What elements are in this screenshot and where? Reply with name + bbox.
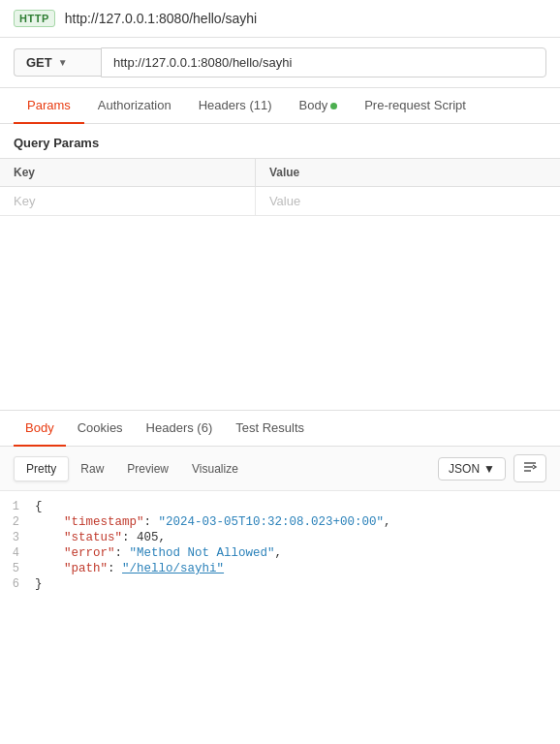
wrap-button[interactable] (513, 454, 546, 482)
url-bar: HTTP http://127.0.0.1:8080/hello/sayhi (0, 0, 560, 38)
format-label: JSON (449, 462, 480, 476)
col-header-key: Key (0, 159, 255, 187)
response-tab-body[interactable]: Body (14, 411, 66, 447)
view-visualize-button[interactable]: Visualize (180, 457, 250, 480)
format-select[interactable]: JSON ▼ (438, 457, 506, 480)
code-line-2: 2 "timestamp": "2024-03-05T10:32:08.023+… (0, 514, 560, 530)
response-tabs: Body Cookies Headers (6) Test Results (0, 411, 560, 447)
code-content-4: "error": "Method Not Allowed", (35, 546, 560, 560)
code-line-5: 5 "path": "/hello/sayhi" (0, 561, 560, 576)
col-header-value: Value (255, 159, 560, 187)
code-content-1: { (35, 500, 560, 513)
code-line-4: 4 "error": "Method Not Allowed", (0, 545, 560, 561)
view-pretty-button[interactable]: Pretty (14, 456, 69, 481)
empty-area (0, 216, 560, 410)
tab-pre-request[interactable]: Pre-request Script (351, 88, 480, 124)
url-display: http://127.0.0.1:8080/hello/sayhi (65, 11, 257, 26)
code-area: 1 { 2 "timestamp": "2024-03-05T10:32:08.… (0, 491, 560, 600)
response-section: Body Cookies Headers (6) Test Results Pr… (0, 410, 560, 600)
url-input[interactable] (101, 47, 546, 78)
code-line-6: 6 } (0, 576, 560, 592)
line-num-2: 2 (0, 515, 35, 529)
code-line-3: 3 "status": 405, (0, 530, 560, 545)
line-num-3: 3 (0, 531, 35, 544)
chevron-down-icon: ▼ (58, 57, 68, 68)
code-content-6: } (35, 577, 560, 591)
line-num-4: 4 (0, 546, 35, 560)
code-content-3: "status": 405, (35, 531, 560, 544)
code-content-2: "timestamp": "2024-03-05T10:32:08.023+00… (35, 515, 560, 529)
http-badge: HTTP (14, 10, 55, 27)
method-select[interactable]: GET ▼ (14, 48, 101, 77)
tab-body[interactable]: Body (286, 88, 352, 124)
request-tabs: Params Authorization Headers (11) Body P… (0, 88, 560, 124)
view-preview-button[interactable]: Preview (115, 457, 180, 480)
tab-params[interactable]: Params (14, 88, 84, 124)
view-toolbar: Pretty Raw Preview Visualize JSON ▼ (0, 447, 560, 491)
response-tab-headers[interactable]: Headers (6) (135, 411, 225, 447)
view-raw-button[interactable]: Raw (69, 457, 115, 480)
line-num-6: 6 (0, 577, 35, 591)
params-table: Key Value Key Value (0, 158, 560, 216)
query-params-title: Query Params (0, 124, 560, 158)
response-tab-test-results[interactable]: Test Results (224, 411, 316, 447)
request-line: GET ▼ (0, 38, 560, 88)
table-row: Key Value (0, 187, 560, 216)
code-line-1: 1 { (0, 499, 560, 514)
method-label: GET (26, 55, 52, 70)
response-tab-cookies[interactable]: Cookies (66, 411, 135, 447)
tab-authorization[interactable]: Authorization (84, 88, 185, 124)
code-content-5: "path": "/hello/sayhi" (35, 562, 560, 575)
line-num-1: 1 (0, 500, 35, 513)
value-placeholder[interactable]: Value (255, 187, 560, 216)
format-chevron-icon: ▼ (483, 462, 495, 476)
tab-headers[interactable]: Headers (11) (185, 88, 286, 124)
line-num-5: 5 (0, 562, 35, 575)
key-placeholder[interactable]: Key (0, 187, 255, 216)
